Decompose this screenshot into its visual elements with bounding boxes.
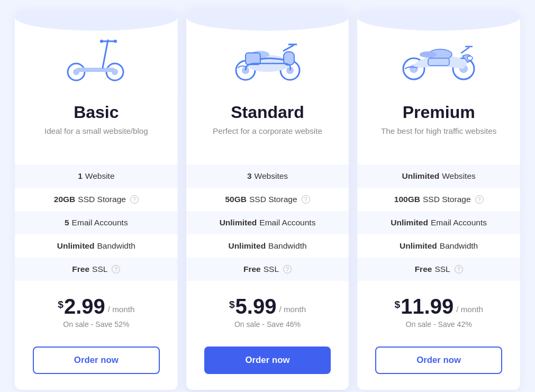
feature-row: 100GB SSD Storage?	[357, 188, 520, 211]
plan-card-standard: StandardPerfect for a corporate website3…	[186, 11, 349, 390]
price-amount: $2.99/ month	[58, 296, 134, 317]
feature-row: 5 Email Accounts	[15, 211, 178, 234]
feature-bold: 50GB	[225, 195, 247, 204]
icon-area-standard	[186, 11, 349, 93]
feature-row: 50GB SSD Storage?	[186, 188, 349, 211]
price-amount: $5.99/ month	[229, 296, 306, 317]
feature-bold: Free	[72, 265, 89, 274]
feature-row: 3 Websites	[186, 165, 349, 188]
feature-rest: Bandwidth	[97, 241, 135, 251]
plan-desc: The best for high traffic websites	[368, 126, 509, 152]
icon-area-premium	[357, 11, 520, 93]
plan-name: Basic	[74, 103, 119, 122]
moped-icon	[231, 25, 305, 84]
feature-bold: 100GB	[394, 195, 420, 204]
price-dollar: $	[394, 299, 400, 311]
feature-rest: SSL	[434, 265, 450, 274]
features-table: 3 Websites50GB SSD Storage?Unlimited Ema…	[186, 165, 349, 281]
feature-rest: SSL	[264, 265, 279, 274]
feature-bold: Free	[415, 265, 432, 274]
feature-rest: SSD Storage	[78, 195, 126, 204]
feature-bold: Unlimited	[391, 218, 428, 227]
feature-rest: SSD Storage	[423, 195, 471, 204]
price-main: 5.99	[235, 296, 277, 317]
feature-bold: 1	[78, 171, 83, 181]
price-section: $5.99/ monthOn sale - Save 46%	[229, 281, 306, 335]
feature-row: 1 Website	[15, 165, 178, 188]
price-sale: On sale - Save 52%	[63, 320, 129, 329]
feature-row: Unlimited Websites	[357, 165, 520, 188]
plan-desc: Ideal for a small website/blog	[32, 126, 161, 152]
feature-bold: Unlimited	[57, 241, 95, 251]
price-main: 2.99	[64, 296, 105, 317]
feature-rest: Website	[85, 171, 115, 181]
price-period: / month	[279, 305, 306, 314]
feature-bold: Unlimited	[400, 241, 437, 251]
feature-rest: SSD Storage	[249, 195, 297, 204]
help-icon[interactable]: ?	[130, 195, 139, 204]
kick-scooter-icon	[65, 25, 128, 84]
feature-bold: Free	[243, 265, 261, 274]
features-table: Unlimited Websites100GB SSD Storage?Unli…	[357, 165, 520, 281]
svg-rect-4	[76, 68, 115, 72]
feature-rest: Email Accounts	[259, 218, 315, 227]
feature-rest: Websites	[442, 171, 476, 181]
feature-row: Unlimited Bandwidth	[15, 234, 178, 258]
feature-row: Unlimited Bandwidth	[186, 234, 349, 258]
feature-row: Free SSL?	[15, 258, 178, 281]
feature-row: Free SSL?	[357, 258, 520, 281]
svg-rect-18	[246, 53, 260, 65]
features-table: 1 Website20GB SSD Storage?5 Email Accoun…	[15, 165, 178, 281]
feature-row: Unlimited Email Accounts	[357, 211, 520, 234]
pricing-container: BasicIdeal for a small website/blog1 Web…	[11, 11, 524, 390]
svg-line-26	[461, 48, 469, 53]
price-sale: On sale - Save 46%	[234, 320, 301, 329]
svg-line-5	[103, 40, 108, 68]
price-period: / month	[108, 305, 135, 314]
plan-name: Premium	[403, 103, 475, 122]
plan-name: Standard	[231, 103, 304, 122]
price-main: 11.99	[401, 296, 454, 317]
feature-row: Free SSL?	[186, 258, 349, 281]
order-button-premium[interactable]: Order now	[375, 347, 502, 374]
order-button-standard[interactable]: Order now	[204, 347, 331, 374]
feature-bold: 3	[247, 171, 252, 181]
feature-rest: Bandwidth	[440, 241, 478, 251]
price-period: / month	[456, 305, 483, 314]
svg-point-7	[100, 40, 103, 43]
plan-card-basic: BasicIdeal for a small website/blog1 Web…	[15, 11, 178, 390]
help-icon[interactable]: ?	[283, 265, 292, 274]
feature-rest: Websites	[255, 171, 288, 181]
feature-row: Unlimited Email Accounts	[186, 211, 349, 234]
plan-desc: Perfect for a corporate website	[200, 126, 335, 152]
svg-line-16	[284, 45, 293, 51]
feature-rest: SSL	[92, 265, 107, 274]
feature-bold: 5	[65, 218, 69, 227]
price-dollar: $	[229, 299, 235, 311]
feature-rest: Email Accounts	[72, 218, 128, 227]
feature-rest: Email Accounts	[431, 218, 487, 227]
feature-bold: Unlimited	[402, 171, 440, 181]
price-section: $2.99/ monthOn sale - Save 52%	[58, 281, 134, 335]
price-section: $11.99/ monthOn sale - Save 42%	[394, 281, 483, 335]
price-amount: $11.99/ month	[394, 296, 483, 317]
feature-bold: Unlimited	[228, 241, 266, 251]
icon-area-basic	[15, 11, 178, 93]
feature-row: Unlimited Bandwidth	[357, 234, 520, 258]
help-icon[interactable]: ?	[112, 265, 120, 274]
feature-bold: Unlimited	[220, 218, 257, 227]
plan-card-premium: PremiumThe best for high traffic website…	[357, 11, 520, 390]
feature-bold: 20GB	[54, 195, 76, 204]
motorcycle-icon	[399, 25, 478, 84]
svg-point-25	[467, 56, 473, 60]
svg-point-8	[114, 40, 117, 43]
svg-point-24	[420, 51, 437, 58]
help-icon[interactable]: ?	[475, 195, 484, 204]
price-dollar: $	[58, 299, 64, 311]
help-icon[interactable]: ?	[302, 195, 310, 204]
order-button-basic[interactable]: Order now	[33, 347, 160, 374]
svg-rect-28	[428, 58, 449, 66]
price-sale: On sale - Save 42%	[406, 320, 472, 329]
feature-row: 20GB SSD Storage?	[15, 188, 178, 211]
help-icon[interactable]: ?	[455, 265, 463, 274]
